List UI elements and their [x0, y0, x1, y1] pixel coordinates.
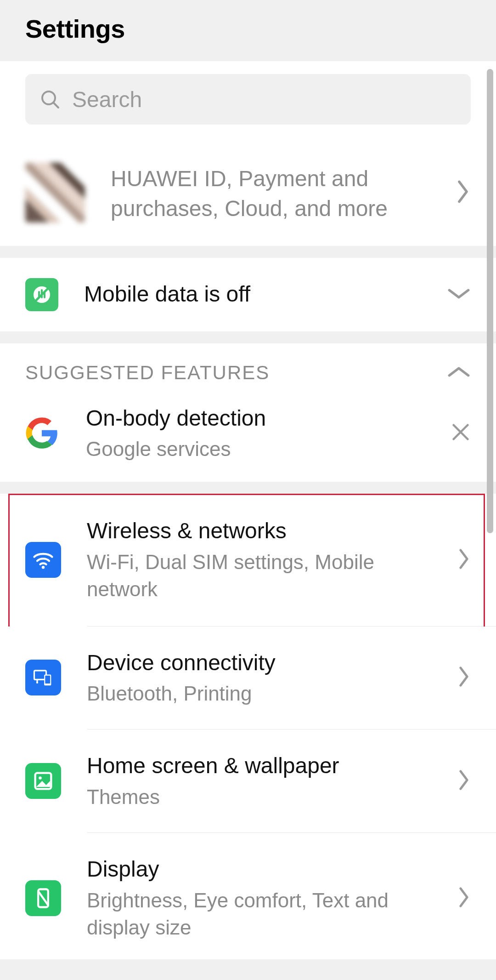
suggested-header[interactable]: SUGGESTED FEATURES — [0, 343, 496, 388]
chevron-right-icon — [457, 666, 471, 689]
settings-screen: Settings HUAWEI ID, Payment and purchase… — [0, 0, 496, 959]
svg-rect-9 — [45, 676, 50, 684]
account-label: HUAWEI ID, Payment and purchases, Cloud,… — [111, 164, 446, 224]
setting-wireless[interactable]: Wireless & networks Wi-Fi, Dual SIM sett… — [0, 494, 496, 626]
account-row[interactable]: HUAWEI ID, Payment and purchases, Cloud,… — [0, 143, 496, 246]
content-area: HUAWEI ID, Payment and purchases, Cloud,… — [0, 61, 496, 959]
suggested-item-onbody[interactable]: On-body detection Google services — [0, 388, 496, 482]
svg-point-6 — [42, 566, 45, 569]
setting-title: Device connectivity — [87, 649, 448, 677]
search-wrap — [0, 61, 496, 143]
setting-title: Home screen & wallpaper — [87, 752, 448, 780]
chevron-right-icon — [457, 886, 471, 910]
setting-display[interactable]: Display Brightness, Eye comfort, Text an… — [0, 833, 496, 959]
suggested-item-title: On-body detection — [86, 404, 441, 433]
setting-sub: Brightness, Eye comfort, Text and displa… — [87, 887, 448, 941]
wifi-icon — [25, 542, 61, 578]
mobile-data-notice[interactable]: Mobile data is off — [0, 258, 496, 331]
chevron-right-icon — [457, 769, 471, 793]
svg-point-12 — [39, 776, 42, 780]
setting-home-wallpaper[interactable]: Home screen & wallpaper Themes — [0, 729, 496, 832]
search-icon — [39, 88, 61, 110]
search-bar[interactable] — [25, 74, 471, 125]
devices-icon — [25, 660, 61, 695]
setting-device-connectivity[interactable]: Device connectivity Bluetooth, Printing — [0, 627, 496, 729]
page-title: Settings — [25, 14, 471, 44]
display-icon — [25, 880, 61, 916]
setting-sub: Bluetooth, Printing — [87, 680, 448, 707]
suggested-item-sub: Google services — [86, 435, 441, 462]
setting-sub: Themes — [87, 783, 448, 810]
suggested-heading: SUGGESTED FEATURES — [25, 362, 270, 384]
svg-line-14 — [38, 891, 48, 905]
setting-sub: Wi-Fi, Dual SIM settings, Mobile network — [87, 548, 448, 603]
svg-line-1 — [54, 103, 58, 108]
notice-label: Mobile data is off — [84, 280, 438, 308]
chevron-right-icon — [455, 179, 471, 206]
data-off-icon — [25, 278, 58, 311]
page-header: Settings — [0, 0, 496, 61]
chevron-up-icon — [447, 364, 471, 382]
avatar — [25, 163, 85, 222]
google-icon — [25, 416, 58, 450]
close-icon[interactable] — [451, 422, 471, 444]
wallpaper-icon — [25, 763, 61, 799]
setting-title: Wireless & networks — [87, 517, 448, 545]
setting-title: Display — [87, 855, 448, 883]
search-input[interactable] — [61, 87, 457, 112]
scrollbar[interactable] — [487, 69, 493, 533]
chevron-down-icon — [447, 286, 471, 303]
chevron-right-icon — [457, 548, 471, 572]
